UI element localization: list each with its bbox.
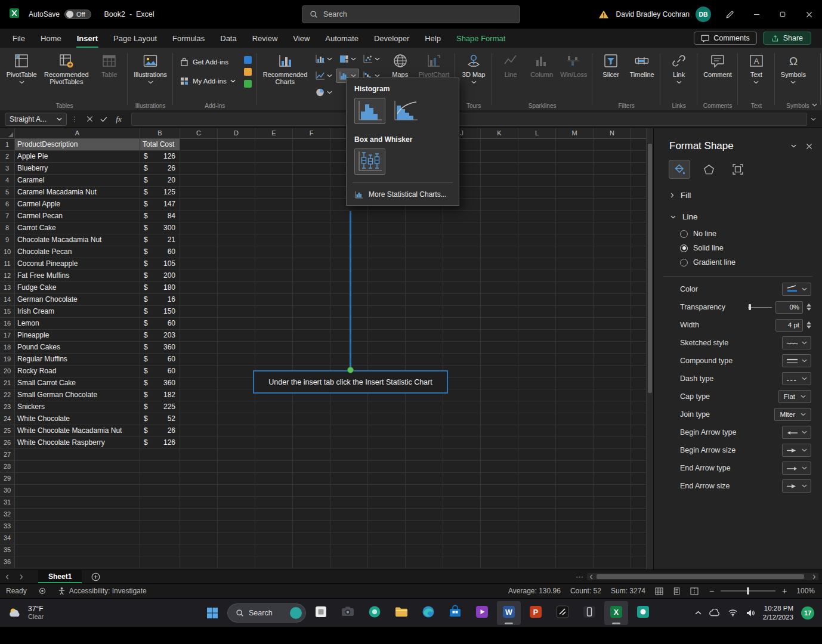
cell-I32[interactable] [406,509,443,521]
row-header-31[interactable]: 31 [0,497,15,509]
column-header-N[interactable]: N [594,128,631,139]
cell-M30[interactable] [556,485,594,497]
cell-M27[interactable] [556,449,594,461]
column-header-O[interactable]: O [631,128,646,139]
cell-A8[interactable]: Carrot Cake [15,222,140,234]
cell-C12[interactable] [180,270,218,282]
sparkline-winloss-button[interactable]: Win/Loss [557,50,589,79]
cell-F2[interactable] [293,151,330,163]
cell-L2[interactable] [518,151,556,163]
cell-B30[interactable] [140,485,180,497]
autosave-toggle[interactable]: Off [64,10,91,19]
cell-O24[interactable] [631,413,646,425]
cell-C33[interactable] [180,521,218,532]
3d-map-button[interactable]: 3D Map [458,50,489,85]
cell-A22[interactable]: Small German Chocolate [15,389,140,401]
cell-M3[interactable] [556,163,594,175]
cell-C15[interactable] [180,306,218,318]
cell-L29[interactable] [518,473,556,485]
row-header-18[interactable]: 18 [0,342,15,354]
cell-F11[interactable] [293,258,330,270]
cell-O18[interactable] [631,342,646,354]
cell-I19[interactable] [406,354,443,366]
cell-C34[interactable] [180,532,218,544]
cell-M14[interactable] [556,294,594,306]
sheet-nav-left[interactable] [0,570,14,583]
status-average[interactable]: Average: 130.96 [508,587,561,595]
cell-N32[interactable] [594,509,631,521]
illustrations-button[interactable]: Illustrations [131,50,170,85]
cell-K12[interactable] [481,270,518,282]
ribbon-tab-file[interactable]: File [5,29,33,48]
end-arrow-size-dropdown[interactable] [782,479,811,493]
taskbar-search[interactable]: Search [227,603,306,623]
cell-E3[interactable] [255,163,293,175]
cell-C16[interactable] [180,318,218,330]
onedrive-icon[interactable] [709,609,720,617]
cell-M19[interactable] [556,354,594,366]
cell-K32[interactable] [481,509,518,521]
cell-F31[interactable] [293,497,330,509]
cell-M35[interactable] [556,544,594,556]
cell-A24[interactable]: White Chocolate [15,413,140,425]
pen-icon[interactable] [719,0,740,29]
cell-A9[interactable]: Chocolate Macadamia Nut [15,234,140,246]
cell-M1[interactable] [556,139,594,151]
cell-A10[interactable]: Chocolate Pecan [15,246,140,258]
select-all-button[interactable] [0,128,15,139]
column-header-E[interactable]: E [255,128,293,139]
cell-E29[interactable] [255,473,293,485]
cell-C7[interactable] [180,210,218,222]
cell-B5[interactable]: $125 [140,187,180,199]
cell-E26[interactable] [255,437,293,449]
cell-J26[interactable] [443,437,481,449]
cell-N27[interactable] [594,449,631,461]
radio-gradient-line[interactable]: Gradient line [680,258,822,267]
cell-O4[interactable] [631,175,646,187]
cell-A27[interactable] [15,449,140,461]
cell-C13[interactable] [180,282,218,294]
cell-G34[interactable] [330,532,368,544]
cell-F24[interactable] [293,413,330,425]
cell-I18[interactable] [406,342,443,354]
radio-no-line[interactable]: No line [680,230,822,238]
cell-L19[interactable] [518,354,556,366]
cell-I7[interactable] [406,210,443,222]
cell-J20[interactable] [443,366,481,377]
cell-F17[interactable] [293,330,330,342]
cell-O29[interactable] [631,473,646,485]
cell-F18[interactable] [293,342,330,354]
cell-A16[interactable]: Lemon [15,318,140,330]
cell-D27[interactable] [218,449,255,461]
cell-D15[interactable] [218,306,255,318]
straight-arrow-connector[interactable] [350,211,351,370]
cell-H18[interactable] [368,342,406,354]
cell-E5[interactable] [255,187,293,199]
cell-M25[interactable] [556,425,594,437]
cell-A4[interactable]: Caramel [15,175,140,187]
cell-L14[interactable] [518,294,556,306]
column-header-D[interactable]: D [218,128,255,139]
cell-L16[interactable] [518,318,556,330]
cell-J12[interactable] [443,270,481,282]
sparkline-line-button[interactable]: Line [495,50,526,79]
cell-N29[interactable] [594,473,631,485]
cell-E4[interactable] [255,175,293,187]
zoom-slider-thumb[interactable] [747,587,749,595]
macro-record-icon[interactable] [33,587,52,595]
cell-B36[interactable] [140,556,180,568]
cell-L1[interactable] [518,139,556,151]
row-header-25[interactable]: 25 [0,425,15,437]
cell-I10[interactable] [406,246,443,258]
cell-I8[interactable] [406,222,443,234]
cell-K17[interactable] [481,330,518,342]
ribbon-tab-shape-format[interactable]: Shape Format [449,29,513,48]
cell-C28[interactable] [180,461,218,473]
cell-F10[interactable] [293,246,330,258]
cell-H15[interactable] [368,306,406,318]
row-header-22[interactable]: 22 [0,389,15,401]
cell-M24[interactable] [556,413,594,425]
more-statistical-charts-item[interactable]: More Statistical Charts... [347,185,459,204]
cell-E34[interactable] [255,532,293,544]
cell-C8[interactable] [180,222,218,234]
